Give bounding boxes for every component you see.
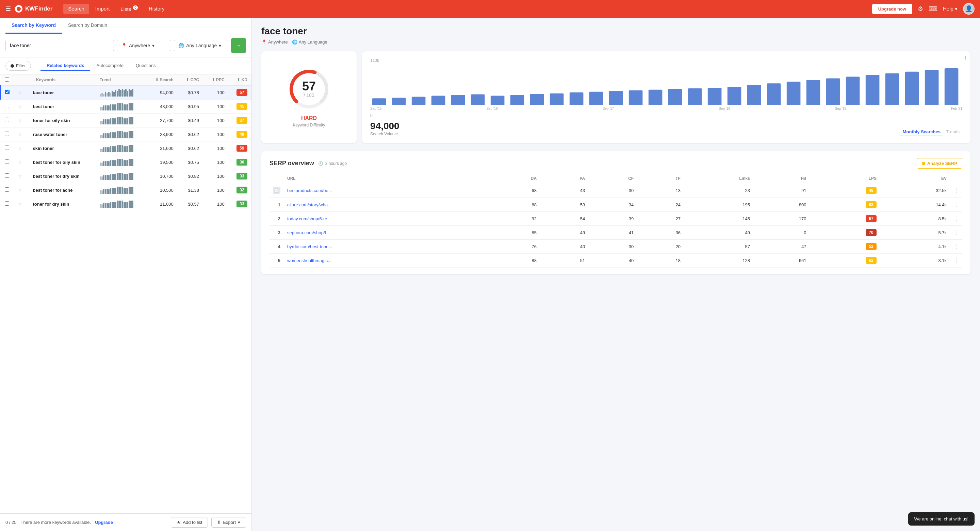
star-icon[interactable]: ☆ xyxy=(18,132,22,137)
serp-more-icon[interactable]: ⋮ xyxy=(953,216,959,222)
serp-tf: 36 xyxy=(637,226,684,240)
add-to-list-button[interactable]: ★ Add to list xyxy=(171,517,208,528)
serp-fb: 661 xyxy=(753,254,810,268)
table-row[interactable]: ☆ toner for oily skin 27,700 $0.49 100 3… xyxy=(1,114,252,127)
tab-trends[interactable]: Trends xyxy=(943,128,962,136)
serp-url-link[interactable]: today.com/shop/6-re... xyxy=(287,216,331,221)
kw-meta: 📍 Anywhere 🌐 Any Language xyxy=(261,40,970,44)
keyword-input-wrap[interactable] xyxy=(5,40,114,51)
serp-lps: 52 xyxy=(810,240,880,254)
chart-bar xyxy=(511,95,524,105)
serp-col-lps: LPS xyxy=(810,174,880,183)
upgrade-link[interactable]: Upgrade xyxy=(95,520,113,525)
star-icon[interactable]: ☆ xyxy=(18,173,22,179)
star-icon[interactable]: ☆ xyxy=(18,146,22,151)
serp-table-row: 2 today.com/shop/6-re... 92 54 39 27 145… xyxy=(269,212,962,226)
serp-ev: 14.4k xyxy=(880,198,950,212)
keyword-name: best toner for oily skin xyxy=(33,160,80,165)
row-checkbox[interactable] xyxy=(5,187,9,192)
serp-url-link[interactable]: bestproducts.com/be... xyxy=(287,188,332,193)
lists-badge: 0 xyxy=(133,5,138,10)
help-menu[interactable]: Help ▾ xyxy=(943,6,958,12)
serp-more-icon[interactable]: ⋮ xyxy=(953,188,959,193)
language-selector[interactable]: 🌐 Any Language ▾ xyxy=(174,40,228,51)
star-icon[interactable]: ☆ xyxy=(18,104,22,109)
row-checkbox[interactable] xyxy=(5,146,9,150)
serp-url-link[interactable]: byrdie.com/best-tone... xyxy=(287,244,332,249)
bottom-bar-right: ★ Add to list ⬇ Export ▾ xyxy=(171,517,246,528)
table-row[interactable]: ☆ best toner 43,000 $0.95 100 45 xyxy=(1,100,252,114)
serp-more-icon[interactable]: ⋮ xyxy=(953,244,959,249)
nav-history[interactable]: History xyxy=(144,4,169,14)
export-button[interactable]: ⬇ Export ▾ xyxy=(211,517,246,528)
table-row[interactable]: ☆ best toner for oily skin 19,500 $0.75 … xyxy=(1,155,252,169)
serp-url-link[interactable]: allure.com/story/wha... xyxy=(287,202,331,208)
sv-info-icon[interactable]: ℹ xyxy=(965,55,966,60)
serp-url-link[interactable]: sephora.com/shop/f... xyxy=(287,230,330,235)
sv-card: ℹ 110k Sep '15 Sep '16 Sep '17 Sep '18 S… xyxy=(362,51,970,143)
analyze-serp-button[interactable]: Analyze SERP xyxy=(917,158,962,169)
sv-number: 94,000 xyxy=(370,121,399,132)
filter-tab-related[interactable]: Related keywords xyxy=(40,61,91,71)
star-icon[interactable]: ☆ xyxy=(18,159,22,165)
tab-search-keyword[interactable]: Search by Keyword xyxy=(5,18,62,34)
table-row[interactable]: ☆ best toner for acne 10,500 $1.38 100 3… xyxy=(1,183,252,197)
serp-ev: 3.1k xyxy=(880,254,950,268)
serp-url-link[interactable]: womenshealthmag.c... xyxy=(287,258,331,263)
nav-lists[interactable]: Lists 0 xyxy=(116,4,143,14)
filter-tab-questions[interactable]: Questions xyxy=(130,61,162,71)
monthly-chart-svg xyxy=(370,64,962,105)
table-row[interactable]: ☆ skin toner 31,600 $0.62 100 59 xyxy=(1,141,252,155)
keyword-input[interactable] xyxy=(10,43,110,48)
hamburger-icon[interactable]: ☰ xyxy=(5,5,11,13)
row-checkbox[interactable] xyxy=(5,201,9,206)
chart-x-labels: Sep '15 Sep '16 Sep '17 Sep '18 Sep '19 … xyxy=(370,107,962,111)
ppc-cell: 100 xyxy=(203,169,229,183)
star-icon[interactable]: ☆ xyxy=(18,201,22,207)
analyze-serp-label: Analyze SERP xyxy=(927,161,957,166)
star-icon[interactable]: ☆ xyxy=(18,187,22,193)
nav-search[interactable]: Search xyxy=(63,4,89,14)
serp-more-icon[interactable]: ⋮ xyxy=(953,258,959,263)
serp-more-icon[interactable]: ⋮ xyxy=(953,230,959,236)
chat-widget[interactable]: We are online, chat with us! xyxy=(908,512,975,526)
row-checkbox[interactable] xyxy=(5,173,9,178)
serp-rank-number: 1 xyxy=(278,202,280,208)
ppc-cell: 100 xyxy=(203,155,229,169)
row-checkbox[interactable] xyxy=(5,90,10,94)
location-selector[interactable]: 📍 Anywhere ▾ xyxy=(117,40,171,51)
chart-bar xyxy=(589,92,603,105)
kd-difficulty-label: Keyword Difficulty xyxy=(293,123,325,127)
row-checkbox[interactable] xyxy=(5,132,9,136)
table-row[interactable]: ☆ rose water toner 28,900 $0.62 100 48 xyxy=(1,127,252,141)
serp-da: 68 xyxy=(490,183,540,198)
keyboard-icon[interactable]: ⌨ xyxy=(929,5,937,13)
table-row[interactable]: ☆ best toner for dry skin 10,700 $0.82 1… xyxy=(1,169,252,183)
serp-rank-number: 5 xyxy=(278,258,280,263)
table-row[interactable]: ☆ toner for dry skin 11,000 $0.57 100 33 xyxy=(1,197,252,211)
cpc-cell: $0.49 xyxy=(178,114,203,127)
table-row[interactable]: ☆ face toner 94,000 $0.78 100 57 xyxy=(1,86,252,100)
language-flag-icon: 🌐 xyxy=(178,43,184,48)
serp-rank-icon: 📄 xyxy=(269,183,284,198)
star-icon[interactable]: ☆ xyxy=(18,117,22,123)
upgrade-button[interactable]: Upgrade now xyxy=(872,4,912,14)
select-all-checkbox[interactable] xyxy=(5,77,9,82)
star-icon[interactable]: ☆ xyxy=(18,90,22,95)
search-go-button[interactable]: → xyxy=(231,38,246,53)
row-checkbox[interactable] xyxy=(5,159,9,164)
row-checkbox[interactable] xyxy=(5,117,9,122)
tab-monthly-searches[interactable]: Monthly Searches xyxy=(900,128,943,136)
serp-more-icon[interactable]: ⋮ xyxy=(953,202,959,208)
settings-icon[interactable]: ⚙ xyxy=(918,5,923,13)
serp-col-ev: EV xyxy=(880,174,950,183)
detail-location: 📍 Anywhere xyxy=(261,40,288,44)
filter-tab-autocomplete[interactable]: Autocomplete xyxy=(90,61,130,71)
keyword-name: rose water toner xyxy=(33,132,67,137)
filter-button[interactable]: Filter xyxy=(5,61,31,71)
serp-ev: 4.1k xyxy=(880,240,950,254)
row-checkbox[interactable] xyxy=(5,104,9,108)
nav-import[interactable]: Import xyxy=(91,4,115,14)
chart-bar xyxy=(708,88,722,105)
tab-search-domain[interactable]: Search by Domain xyxy=(62,18,113,34)
